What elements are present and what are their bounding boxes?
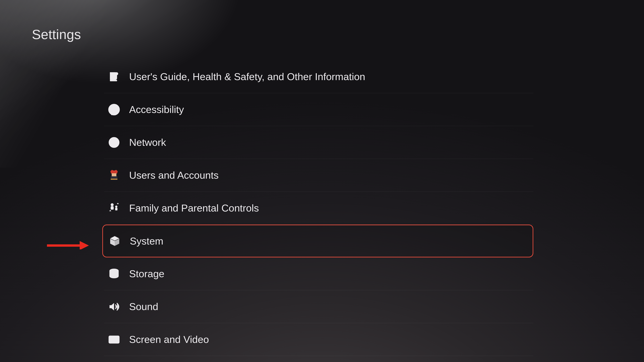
avatar-icon (107, 169, 121, 182)
svg-rect-3 (113, 80, 114, 81)
menu-item-family[interactable]: Family and Parental Controls (104, 192, 533, 225)
menu-item-network[interactable]: Network (104, 126, 533, 159)
menu-item-label: Accessibility (129, 104, 184, 115)
menu-item-label: Sound (129, 301, 158, 312)
accessibility-icon (107, 103, 121, 116)
cube-icon (108, 234, 122, 248)
menu-item-sound[interactable]: Sound (104, 290, 533, 323)
menu-item-screen[interactable]: Screen and Video (104, 323, 533, 356)
menu-item-system[interactable]: System (102, 225, 533, 257)
menu-item-label: Users and Accounts (129, 169, 219, 181)
screen-icon (107, 333, 121, 346)
menu-item-users[interactable]: Users and Accounts (104, 159, 533, 192)
page-title: Settings (32, 27, 81, 42)
svg-rect-10 (111, 206, 114, 210)
svg-rect-16 (109, 336, 119, 343)
menu-item-label: Screen and Video (129, 334, 209, 345)
annotation-arrow (47, 241, 89, 249)
menu-item-label: Family and Parental Controls (129, 202, 259, 214)
globe-icon (107, 136, 121, 149)
menu-item-label: Storage (129, 268, 164, 280)
menu-item-label: Network (129, 137, 166, 148)
svg-rect-12 (115, 208, 118, 210)
svg-point-9 (111, 203, 114, 206)
guide-icon (107, 70, 121, 83)
svg-rect-17 (47, 244, 80, 247)
family-icon (107, 201, 121, 215)
storage-icon (107, 267, 121, 281)
menu-item-label: User's Guide, Health & Safety, and Other… (129, 71, 365, 82)
svg-point-5 (113, 106, 115, 108)
settings-menu: User's Guide, Health & Safety, and Other… (104, 60, 533, 356)
svg-point-15 (110, 269, 118, 272)
menu-item-storage[interactable]: Storage (104, 257, 533, 290)
menu-item-accessibility[interactable]: Accessibility (104, 93, 533, 126)
svg-rect-2 (111, 80, 112, 81)
svg-point-11 (115, 205, 118, 208)
menu-item-guide[interactable]: User's Guide, Health & Safety, and Other… (104, 60, 533, 93)
speaker-icon (107, 300, 121, 313)
menu-item-label: System (130, 235, 163, 247)
